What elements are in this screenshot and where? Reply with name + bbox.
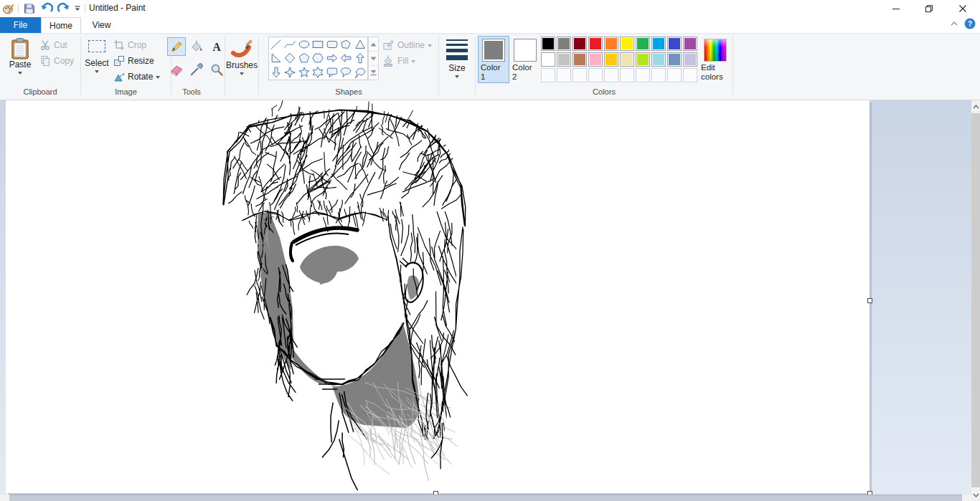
chevron-down-icon bbox=[973, 493, 979, 497]
drawing-canvas[interactable] bbox=[6, 100, 870, 493]
shape-arrow-right-button[interactable] bbox=[325, 52, 339, 66]
restore-button[interactable] bbox=[913, 0, 946, 17]
palette-color-r2-c2[interactable] bbox=[557, 52, 571, 67]
shape-right-triangle-button[interactable] bbox=[269, 52, 283, 66]
palette-color-r1-c9[interactable] bbox=[667, 37, 682, 51]
horizontal-scrollbar-thumb[interactable] bbox=[9, 495, 962, 501]
minimize-button[interactable] bbox=[880, 0, 913, 17]
shape-arrow-up-button[interactable] bbox=[353, 52, 367, 66]
horizontal-scrollbar[interactable] bbox=[0, 495, 971, 501]
shape-arrow-down-button[interactable] bbox=[269, 65, 283, 80]
palette-color-r2-c1[interactable] bbox=[541, 52, 555, 67]
shape-star-5-button[interactable] bbox=[297, 65, 311, 80]
shape-diamond-button[interactable] bbox=[283, 52, 298, 66]
shape-hexagon-button[interactable] bbox=[311, 52, 326, 66]
size-button[interactable]: Size bbox=[440, 36, 473, 83]
palette-color-r2-c10[interactable] bbox=[683, 52, 697, 67]
shape-rectangle-button[interactable] bbox=[311, 37, 326, 52]
paste-button[interactable]: Paste bbox=[4, 36, 36, 83]
brushes-button[interactable]: Brushes bbox=[225, 36, 258, 83]
edit-colors-button[interactable]: Edit colors bbox=[699, 36, 732, 83]
palette-color-r2-c7[interactable] bbox=[636, 52, 650, 67]
save-button[interactable] bbox=[22, 1, 37, 16]
scroll-down-button[interactable] bbox=[971, 489, 980, 501]
tab-view[interactable]: View bbox=[81, 17, 122, 33]
palette-color-r1-c8[interactable] bbox=[651, 37, 666, 51]
palette-empty-slot[interactable] bbox=[620, 68, 634, 82]
shape-curve-button[interactable] bbox=[283, 37, 298, 52]
vertical-scrollbar-thumb[interactable] bbox=[971, 113, 980, 487]
tool-text-button[interactable]: A bbox=[207, 37, 226, 56]
palette-empty-slot[interactable] bbox=[683, 68, 697, 82]
tool-fill-button[interactable] bbox=[187, 37, 206, 56]
color2-button[interactable]: Color 2 bbox=[510, 36, 540, 83]
shape-callout-oval-button[interactable] bbox=[339, 65, 354, 80]
palette-color-r1-c7[interactable] bbox=[636, 37, 650, 51]
palette-color-r1-c5[interactable] bbox=[604, 37, 618, 51]
shape-rounded-rectangle-button[interactable] bbox=[325, 37, 339, 52]
palette-color-r1-c10[interactable] bbox=[683, 37, 697, 51]
shape-callout-rounded-rectangle-button[interactable] bbox=[325, 65, 339, 80]
shapes-scroll-up-button[interactable] bbox=[369, 37, 378, 52]
palette-color-r2-c5[interactable] bbox=[604, 52, 618, 67]
palette-empty-slot[interactable] bbox=[557, 68, 571, 82]
palette-empty-slot[interactable] bbox=[651, 68, 666, 82]
palette-color-r2-c3[interactable] bbox=[573, 52, 587, 67]
tab-file[interactable]: File bbox=[0, 17, 41, 33]
undo-button[interactable] bbox=[39, 1, 55, 16]
shape-ellipse-button[interactable] bbox=[297, 37, 311, 52]
palette-color-r2-c6[interactable] bbox=[620, 52, 634, 67]
palette-empty-slot[interactable] bbox=[588, 68, 603, 82]
customize-quick-access-button[interactable] bbox=[72, 1, 83, 16]
copy-button[interactable]: Copy bbox=[39, 54, 74, 68]
crop-button[interactable]: Crop bbox=[113, 38, 146, 52]
resize-button[interactable]: Resize bbox=[113, 54, 154, 68]
close-button[interactable] bbox=[946, 0, 980, 17]
help-button[interactable]: ? bbox=[964, 18, 976, 29]
tool-eraser-button[interactable] bbox=[167, 60, 186, 79]
chevron-up-icon bbox=[973, 105, 979, 109]
palette-empty-slot[interactable] bbox=[636, 68, 650, 82]
shape-fill-button[interactable]: Fill bbox=[382, 54, 415, 68]
redo-button[interactable] bbox=[56, 1, 72, 16]
shape-star-4-button[interactable] bbox=[283, 65, 298, 80]
customize-dropdown-icon bbox=[74, 5, 81, 12]
tool-color-picker-button[interactable] bbox=[187, 60, 206, 79]
resize-label: Resize bbox=[128, 56, 154, 66]
rotate-dropdown-icon bbox=[156, 76, 160, 79]
line-size-icon bbox=[446, 39, 468, 60]
palette-color-r2-c8[interactable] bbox=[651, 52, 666, 67]
rotate-button[interactable]: Rotate bbox=[113, 70, 160, 84]
shape-line-button[interactable] bbox=[269, 37, 283, 52]
collapse-ribbon-button[interactable] bbox=[950, 21, 958, 27]
shape-polygon-button[interactable] bbox=[339, 37, 354, 52]
palette-color-r1-c4[interactable] bbox=[588, 37, 603, 51]
shape-arrow-left-button[interactable] bbox=[339, 52, 354, 66]
cut-button[interactable]: Cut bbox=[39, 38, 67, 52]
vertical-scrollbar[interactable] bbox=[971, 100, 980, 501]
palette-color-r2-c9[interactable] bbox=[667, 52, 682, 67]
shapes-expand-button[interactable] bbox=[369, 66, 378, 80]
shape-star-6-button[interactable] bbox=[311, 65, 326, 80]
color1-button[interactable]: Color 1 bbox=[478, 36, 509, 83]
shape-outline-button[interactable]: Outline bbox=[382, 38, 432, 52]
canvas-resize-handle-right[interactable] bbox=[867, 298, 872, 303]
shape-callout-cloud-button[interactable] bbox=[353, 65, 367, 80]
palette-empty-slot[interactable] bbox=[667, 68, 682, 82]
palette-color-r1-c6[interactable] bbox=[620, 37, 634, 51]
tool-magnifier-button[interactable] bbox=[207, 60, 226, 79]
shapes-scroll-down-button[interactable] bbox=[369, 52, 378, 66]
scroll-up-button[interactable] bbox=[971, 100, 980, 113]
select-button[interactable]: Select bbox=[82, 36, 112, 83]
palette-color-r1-c3[interactable] bbox=[573, 37, 587, 51]
palette-color-r2-c4[interactable] bbox=[588, 52, 603, 67]
palette-color-r1-c2[interactable] bbox=[557, 37, 571, 51]
palette-empty-slot[interactable] bbox=[573, 68, 587, 82]
tab-home[interactable]: Home bbox=[41, 17, 81, 33]
palette-empty-slot[interactable] bbox=[604, 68, 618, 82]
tool-pencil-button[interactable] bbox=[167, 37, 186, 56]
shape-pentagon-button[interactable] bbox=[297, 52, 311, 66]
shape-triangle-button[interactable] bbox=[353, 37, 367, 52]
palette-color-r1-c1[interactable] bbox=[541, 37, 555, 51]
palette-empty-slot[interactable] bbox=[541, 68, 555, 82]
